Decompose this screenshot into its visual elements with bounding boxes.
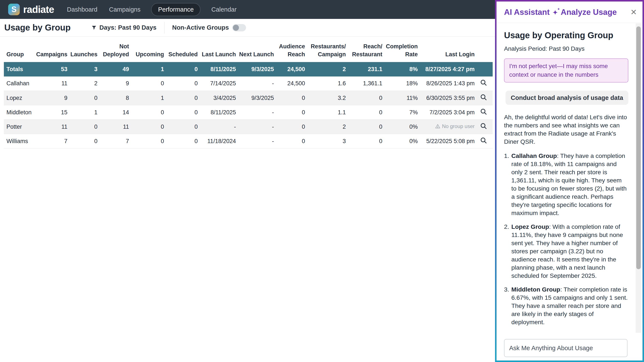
header-row: Group Campaigns Launches NotDeployed Upc… <box>4 43 493 62</box>
radiate-logo-icon: S <box>8 4 20 15</box>
toggle-knob <box>233 25 239 31</box>
col-upcoming: Upcoming <box>130 43 164 62</box>
panel-scrollbar-track[interactable] <box>636 24 642 333</box>
days-filter[interactable]: Days: Past 90 Days <box>91 24 156 31</box>
col-campaigns: Campaigns <box>36 43 68 62</box>
col-group: Group <box>4 43 36 62</box>
analysis-period: Analysis Period: Past 90 Days <box>504 45 628 53</box>
col-restaurants-campaign: Restaurants/Campaign <box>306 43 346 62</box>
no-group-user-warning: No group user <box>435 123 475 129</box>
col-launches: Launches <box>68 43 98 62</box>
col-next-launch: Next Launch <box>236 43 274 62</box>
days-filter-label: Days: Past 90 Days <box>100 24 156 31</box>
col-scheduled: Scheduled <box>164 43 198 62</box>
ai-analysis-list: 1. Callahan Group: They have a completio… <box>504 152 628 333</box>
toolbar-divider <box>164 22 164 34</box>
col-last-login: Last Login <box>418 43 475 62</box>
col-actions <box>475 43 493 62</box>
table-row-lopez: Lopez 9 0 8 1 0 3/4/2025 9/3/2025 0 3.2 … <box>4 91 493 105</box>
ai-panel-body: Usage by Operating Group Analysis Period… <box>504 23 628 333</box>
ask-anything-input[interactable] <box>504 339 628 357</box>
ai-panel-title: AI Assistant ✦✦ Analyze Usage <box>504 8 617 17</box>
nav-items: Dashboard Campaigns Performance Calendar <box>66 3 238 16</box>
funnel-icon <box>91 25 97 31</box>
list-item-lopez: 2. Lopez Group: With a completion rate o… <box>504 223 628 280</box>
nav-item-performance[interactable]: Performance <box>151 3 200 16</box>
toggle-label: Non-Active Groups <box>172 24 229 31</box>
table-row-middleton: Middleton 15 1 14 0 0 8/11/2025 - 0 1.1 … <box>4 105 493 120</box>
warning-triangle-icon <box>435 124 440 129</box>
ai-panel-header: AI Assistant ✦✦ Analyze Usage ✕ <box>496 2 642 23</box>
sparkle-icon: ✦✦ <box>552 10 558 16</box>
table-row-potter: Potter 11 0 11 0 0 - - 0 2 0 0% No group… <box>4 120 493 134</box>
usage-table: Group Campaigns Launches NotDeployed Upc… <box>4 43 493 148</box>
ai-panel-title-prefix: AI Assistant <box>504 8 550 17</box>
list-item-middleton: 3. Middleton Group: Their completion rat… <box>504 285 628 326</box>
panel-scrollbar-thumb[interactable] <box>636 27 641 269</box>
brand-name: radiate <box>23 4 54 15</box>
nav-item-dashboard[interactable]: Dashboard <box>66 4 98 16</box>
col-audience-reach: AudienceReach <box>274 43 306 62</box>
magnifier-icon[interactable] <box>480 122 487 130</box>
ai-intro-paragraph: Ah, the delightful world of data! Let's … <box>504 113 628 146</box>
col-last-launch: Last Launch <box>198 43 236 62</box>
nav-item-calendar[interactable]: Calendar <box>210 4 238 16</box>
totals-row: Totals 53 3 49 1 0 8/11/2025 9/3/2025 24… <box>4 62 493 77</box>
nav-item-campaigns[interactable]: Campaigns <box>108 4 142 16</box>
page-title: Usage by Group <box>4 23 71 33</box>
table-row-williams: Williams 7 0 7 0 0 11/18/2024 - 0 3 0 0%… <box>4 134 493 148</box>
col-reach-restaurant: Reach/Restaurant <box>346 43 383 62</box>
analysis-heading: Usage by Operating Group <box>504 30 628 40</box>
user-message-chip: Conduct broad analysis of usage data <box>506 91 628 105</box>
brand-logo[interactable]: S radiate <box>8 4 54 15</box>
close-icon[interactable]: ✕ <box>630 8 637 16</box>
ai-panel-title-suffix: Analyze Usage <box>561 8 617 17</box>
ai-disclaimer: I'm not perfect yet—I may miss some cont… <box>504 59 628 83</box>
non-active-groups-toggle[interactable]: Non-Active Groups <box>172 24 246 31</box>
magnifier-icon[interactable] <box>480 137 487 144</box>
magnifier-icon[interactable] <box>480 79 487 86</box>
col-not-deployed: NotDeployed <box>98 43 130 62</box>
table-row-callahan: Callahan 11 2 9 0 0 7/14/2025 - 24,500 1… <box>4 77 493 91</box>
list-item-potter: 4. Potter Group: No campaigns have been … <box>504 332 628 333</box>
magnifier-icon[interactable] <box>480 108 487 115</box>
col-completion-rate: CompletionRate <box>383 43 418 62</box>
magnifier-icon[interactable] <box>480 94 487 101</box>
toggle-track[interactable] <box>232 24 246 31</box>
user-message-row: Conduct broad analysis of usage data <box>504 91 628 105</box>
ai-assistant-panel: AI Assistant ✦✦ Analyze Usage ✕ Usage by… <box>495 0 644 362</box>
list-item-callahan: 1. Callahan Group: They have a completio… <box>504 152 628 217</box>
